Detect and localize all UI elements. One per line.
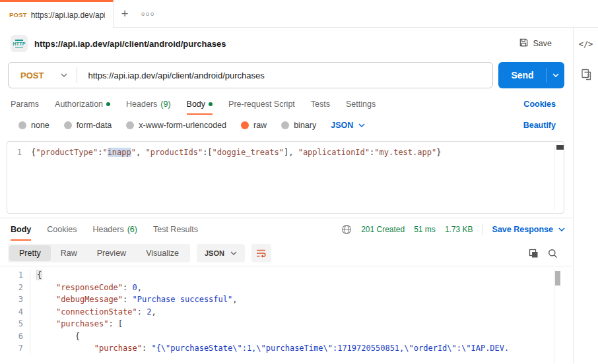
copy-response-icon[interactable] [529,249,539,258]
response-toolbar: Pretty Raw Preview Visualize JSON [0,241,573,266]
response-time: 51 ms [414,225,436,234]
cookies-link[interactable]: Cookies [523,100,556,109]
code-snippet-icon[interactable]: </> [579,40,593,49]
chevron-down-icon [61,73,67,77]
response-scrollbar[interactable] [554,269,560,363]
wrap-lines-icon [256,249,267,258]
method-label: POST [20,71,44,80]
tab-headers[interactable]: Headers (9) [126,94,171,115]
code-line: 1{"productType":"inapp", "productIds":["… [7,142,564,159]
wrap-lines-button[interactable] [251,244,271,262]
send-button[interactable]: Send [498,62,564,88]
code-line: 1{ [0,269,573,282]
chevron-down-icon [358,123,365,127]
response-tab-cookies[interactable]: Cookies [47,218,77,241]
response-meta-row: Body Cookies Headers (6) Test Results 20… [0,218,573,241]
status-badge: 201 Created [361,225,405,234]
radio-icon [126,121,134,129]
radio-icon [281,121,289,129]
tab-authorization[interactable]: Authorization [55,94,110,115]
headers-count: (9) [160,100,170,109]
view-visualize[interactable]: Visualize [136,245,189,261]
code-line: 5 "purchases": [ [0,318,573,330]
view-preview[interactable]: Preview [87,245,136,261]
tab-method-label: POST [9,11,27,18]
code-line: 7 "purchase": "{\"purchaseState\":1,\"pu… [0,342,573,355]
authorization-dot [106,102,110,106]
url-input[interactable]: https://api.iap.dev/api/client/android/p… [77,71,264,80]
code-line: 6 { [0,330,573,343]
view-raw[interactable]: Raw [51,245,87,261]
code-line: 4 "connectionState": 2, [0,306,573,318]
line-number: 5 [0,318,30,330]
line-number: 1 [0,269,30,282]
clipboard-icon[interactable] [581,69,591,83]
tab-settings[interactable]: Settings [346,94,376,115]
request-body-editor[interactable]: 1{"productType":"inapp", "productIds":["… [7,141,564,214]
mode-x-www-form-urlencoded[interactable]: x-www-form-urlencoded [126,121,226,130]
send-label: Send [498,70,547,80]
tab-body[interactable]: Body [187,94,213,115]
save-response-button[interactable]: Save Response [492,225,565,234]
send-options-button[interactable] [547,73,564,77]
response-headers-count: (6) [127,225,137,234]
response-status-group: 201 Created 51 ms 1.73 KB Save Response [341,224,565,235]
line-number: 2 [0,282,30,294]
response-body-viewer: 1{2 "responseCode": 0,3 "debugMessage": … [0,266,573,363]
chevron-down-icon [558,228,565,231]
scrollbar-thumb[interactable] [555,271,560,286]
tab-pre-request-script[interactable]: Pre-request Script [228,94,295,115]
code-line: 3 "debugMessage": "Purchase successful", [0,293,573,306]
body-language-dropdown[interactable]: JSON [331,121,365,130]
search-response-icon[interactable] [548,249,558,258]
body-dot [209,102,213,106]
save-button[interactable]: Save [519,38,552,49]
radio-icon [18,121,26,129]
line-number: 4 [0,306,30,318]
request-header: HTTP https://api.iap.dev/api/client/andr… [0,28,573,59]
mode-form-data[interactable]: form-data [64,121,112,130]
response-size: 1.73 KB [445,225,473,234]
radio-icon [64,121,72,129]
response-tab-test-results[interactable]: Test Results [153,218,198,241]
save-label: Save [533,39,552,48]
request-title: https://api.iap.dev/api/client/android/p… [34,39,512,49]
code-line: 2 "responseCode": 0, [0,282,573,294]
method-dropdown[interactable]: POST [9,71,77,80]
body-mode-row: none form-data x-www-form-urlencoded raw… [0,115,573,136]
radio-selected-icon [241,121,249,129]
scrollbar-thumb[interactable] [556,145,564,150]
response-view-switcher: Pretty Raw Preview Visualize [8,244,190,262]
response-tab-headers[interactable]: Headers (6) [92,218,137,241]
line-number: 1 [7,146,31,159]
line-number: 3 [0,293,30,306]
network-globe-icon[interactable] [341,224,352,235]
http-request-icon: HTTP [11,35,28,52]
view-pretty[interactable]: Pretty [9,245,51,261]
request-editor-scrollbar[interactable] [554,145,564,210]
response-language-dropdown[interactable]: JSON [197,244,245,262]
chevron-down-icon [552,73,559,77]
more-tabs-button[interactable]: ooo [136,0,160,27]
response-tab-body[interactable]: Body [11,218,31,241]
mode-raw[interactable]: raw [241,121,267,130]
tab-params[interactable]: Params [11,94,39,115]
url-box: POST https://api.iap.dev/api/client/andr… [8,62,493,88]
right-sidebar: </> [573,28,598,363]
tab-tests[interactable]: Tests [311,94,330,115]
line-number: 7 [0,342,30,355]
request-tabs: Params Authorization Headers (9) Body Pr… [0,94,573,115]
chevron-down-icon [230,251,237,255]
save-icon [519,38,529,49]
mode-binary[interactable]: binary [281,121,316,130]
beautify-link[interactable]: Beautify [523,121,556,130]
url-row: POST https://api.iap.dev/api/client/andr… [0,59,573,94]
tab-bar: POST https://api.iap.dev/api/cl + ooo [0,0,598,28]
mode-none[interactable]: none [18,121,50,130]
request-tab[interactable]: POST https://api.iap.dev/api/cl [0,0,114,28]
tab-url-label: https://api.iap.dev/api/cl [31,11,105,20]
new-tab-button[interactable]: + [114,0,136,27]
line-number: 6 [0,330,30,343]
